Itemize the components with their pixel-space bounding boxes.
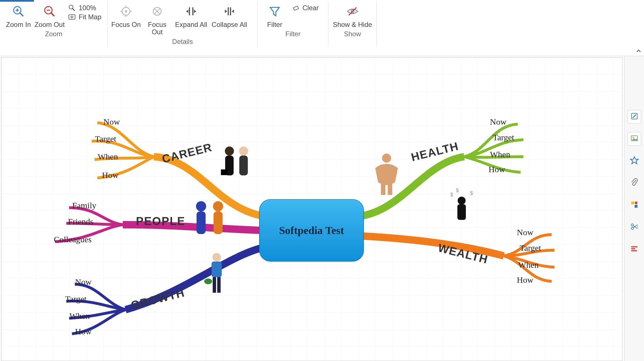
clear-filter-label: Clear — [302, 4, 319, 12]
expand-all-label: Expand All — [175, 21, 207, 28]
zoom-level-label: 100% — [79, 4, 96, 12]
svg-marker-23 — [225, 10, 227, 13]
svg-rect-55 — [631, 201, 634, 204]
ribbon-group-zoom: Zoom In Zoom Out 100% — [0, 2, 108, 47]
side-snip-button[interactable]: } — [628, 220, 641, 234]
fit-map-button[interactable]: Fit Map — [65, 12, 104, 22]
show-hide-label: Show & Hide — [333, 21, 372, 28]
expand-all-icon — [184, 5, 198, 18]
node-wealth-2[interactable]: When — [518, 260, 539, 270]
group-label-details: Details — [110, 36, 255, 48]
filter-button[interactable]: Filter — [261, 3, 289, 28]
svg-line-28 — [349, 7, 357, 15]
node-growth-1[interactable]: Target — [65, 294, 87, 304]
svg-rect-26 — [293, 6, 298, 10]
zoom-level-button[interactable]: 100% — [65, 3, 104, 12]
mindmap: Softpedia Test CAREER PEOPLE GROWTH HEAL… — [1, 58, 622, 361]
workspace: Softpedia Test CAREER PEOPLE GROWTH HEAL… — [0, 56, 644, 361]
node-health-3[interactable]: How — [489, 165, 505, 174]
node-career-3[interactable]: How — [102, 170, 118, 180]
central-topic[interactable]: Softpedia Test — [259, 199, 364, 262]
collapse-ribbon-button[interactable] — [635, 47, 642, 55]
focus-on-label: Focus On — [111, 21, 141, 28]
zoom-in-button[interactable]: Zoom In — [3, 3, 34, 28]
scissors-icon: } — [630, 222, 639, 232]
star-icon — [630, 156, 639, 166]
svg-marker-54 — [630, 157, 638, 164]
svg-point-11 — [125, 10, 127, 12]
svg-line-1 — [20, 13, 23, 16]
group-label-show: Show — [331, 28, 374, 40]
svg-line-8 — [72, 9, 74, 10]
node-career-2[interactable]: When — [98, 152, 118, 162]
svg-line-5 — [51, 13, 54, 16]
node-people-1[interactable]: Friends — [68, 217, 93, 226]
svg-point-53 — [632, 137, 634, 138]
svg-text:}: } — [637, 224, 638, 228]
focus-out-icon — [150, 5, 164, 18]
side-attach-button[interactable] — [628, 176, 641, 190]
ribbon-group-details: Focus On Focus Out Expand All — [108, 2, 258, 47]
svg-marker-19 — [186, 10, 188, 13]
canvas[interactable]: Softpedia Test CAREER PEOPLE GROWTH HEAL… — [1, 57, 622, 361]
group-label-zoom: Zoom — [3, 28, 105, 40]
collapse-all-icon — [223, 5, 236, 18]
zoom-in-label: Zoom In — [6, 21, 31, 28]
ribbon: Zoom In Zoom Out 100% — [0, 0, 644, 56]
node-health-0[interactable]: Now — [490, 117, 506, 127]
zoom-out-button[interactable]: Zoom Out — [34, 3, 65, 28]
clear-filter-button[interactable]: Clear — [289, 3, 321, 12]
fit-map-icon — [68, 13, 76, 21]
svg-point-57 — [635, 201, 637, 204]
fit-map-label: Fit Map — [79, 13, 101, 21]
node-wealth-3[interactable]: How — [517, 275, 533, 285]
zoom-out-icon — [43, 5, 56, 18]
node-growth-3[interactable]: How — [75, 327, 91, 336]
node-growth-2[interactable]: When — [69, 311, 90, 321]
svg-marker-20 — [194, 10, 196, 13]
node-career-0[interactable]: Now — [103, 117, 120, 127]
expand-all-button[interactable]: Expand All — [173, 3, 210, 28]
zoom-in-icon — [12, 5, 25, 18]
filter-icon — [268, 5, 282, 18]
filter-label: Filter — [267, 21, 282, 28]
magnifier-icon — [68, 4, 76, 12]
zoom-out-label: Zoom Out — [35, 21, 65, 28]
image-icon — [630, 134, 638, 143]
svg-rect-65 — [631, 250, 637, 251]
svg-marker-24 — [232, 10, 234, 13]
ribbon-group-filter: Filter Clear Filter — [258, 2, 329, 47]
svg-rect-56 — [635, 205, 637, 208]
node-health-2[interactable]: When — [490, 150, 510, 159]
focus-on-icon — [119, 5, 133, 18]
side-star-button[interactable] — [628, 154, 641, 168]
side-align-button[interactable] — [628, 243, 641, 256]
collapse-all-button[interactable]: Collapse All — [210, 3, 249, 28]
svg-rect-64 — [631, 248, 635, 249]
node-growth-0[interactable]: Now — [75, 277, 91, 287]
side-edit-button[interactable] — [628, 110, 641, 124]
central-topic-label: Softpedia Test — [279, 224, 344, 237]
show-hide-button[interactable]: Show & Hide — [331, 3, 374, 28]
side-shapes-button[interactable] — [628, 198, 641, 212]
align-icon — [630, 245, 639, 254]
eraser-icon — [292, 4, 300, 12]
branch-people[interactable]: PEOPLE — [136, 215, 185, 228]
side-panel: } — [624, 56, 644, 361]
node-people-2[interactable]: Colleagues — [54, 235, 91, 244]
svg-marker-25 — [270, 7, 279, 16]
ribbon-group-show: Show & Hide Show — [329, 2, 377, 47]
focus-out-button[interactable]: Focus Out — [142, 3, 173, 36]
node-people-0[interactable]: Family — [72, 201, 96, 210]
pencil-icon — [630, 112, 638, 121]
node-health-1[interactable]: Target — [493, 133, 514, 142]
eye-slash-icon — [346, 5, 359, 18]
focus-on-button[interactable]: Focus On — [110, 3, 142, 28]
shapes-icon — [630, 200, 639, 210]
node-career-1[interactable]: Target — [95, 134, 116, 144]
paperclip-icon — [630, 178, 639, 188]
node-wealth-0[interactable]: Now — [517, 228, 533, 237]
focus-out-label: Focus Out — [142, 21, 173, 36]
node-wealth-1[interactable]: Target — [520, 243, 541, 253]
side-image-button[interactable] — [628, 132, 641, 146]
